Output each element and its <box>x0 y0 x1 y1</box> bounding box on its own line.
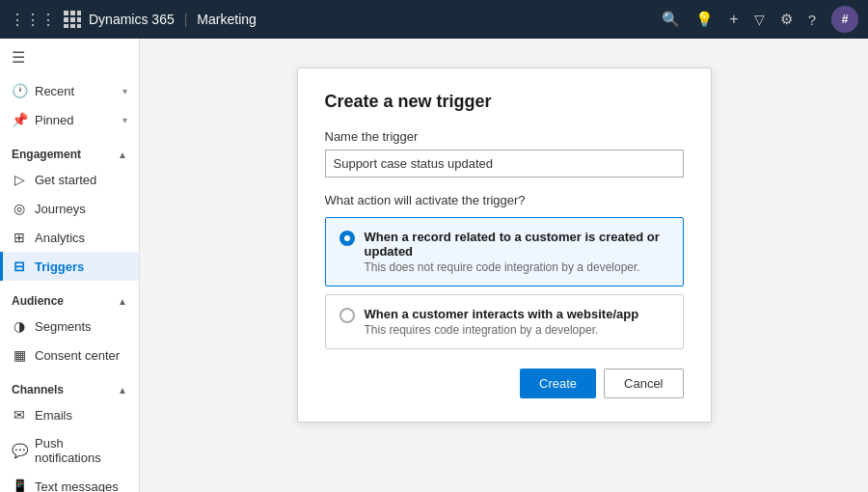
analytics-icon: ⊞ <box>12 230 27 245</box>
sidebar-item-get-started[interactable]: ▷ Get started <box>0 165 139 194</box>
record-option-text: When a record related to a customer is c… <box>365 230 669 274</box>
record-option[interactable]: When a record related to a customer is c… <box>325 217 684 287</box>
journeys-icon: ◎ <box>12 201 27 216</box>
engagement-section-header[interactable]: Engagement ▲ <box>0 142 139 165</box>
sidebar-item-segments[interactable]: ◑ Segments <box>0 312 139 341</box>
dialog-actions: Create Cancel <box>325 369 684 398</box>
sidebar-item-push-notifications[interactable]: 💬 Push notifications <box>0 429 139 472</box>
help-icon[interactable]: ? <box>808 12 816 28</box>
sidebar-item-consent-center[interactable]: ▦ Consent center <box>0 341 139 369</box>
svg-rect-6 <box>64 24 68 28</box>
svg-rect-7 <box>70 24 75 28</box>
waffle-icon[interactable] <box>64 11 81 28</box>
get-started-icon: ▷ <box>12 172 27 187</box>
push-icon: 💬 <box>12 443 27 458</box>
sidebar-item-triggers[interactable]: ⊟ Triggers <box>0 252 139 281</box>
svg-rect-4 <box>70 17 75 22</box>
channels-label: Channels <box>12 383 64 396</box>
channels-chevron: ▲ <box>118 385 127 396</box>
main-layout: ☰ 🕐 Recent ▾ 📌 Pinned ▾ Engagement ▲ ▷ G… <box>0 39 868 492</box>
record-option-sub: This does not require code integration b… <box>365 260 669 274</box>
recent-icon: 🕐 <box>12 83 27 98</box>
sidebar-item-text-messages[interactable]: 📱 Text messages <box>0 472 139 492</box>
content-area: Create a new trigger Name the trigger Wh… <box>140 39 868 492</box>
sidebar-segments-label: Segments <box>35 319 92 334</box>
action-label: What action will activate the trigger? <box>325 193 684 207</box>
pin-icon: 📌 <box>12 112 27 127</box>
sidebar-item-recent[interactable]: 🕐 Recent ▾ <box>0 76 139 105</box>
website-option-sub: This requires code integration by a deve… <box>365 323 639 337</box>
topbar-separator: | <box>184 12 188 27</box>
pinned-chevron: ▾ <box>122 115 127 125</box>
website-option-text: When a customer interacts with a website… <box>365 307 639 337</box>
sidebar-text-label: Text messages <box>35 479 119 493</box>
topbar-dynamics-label: Dynamics 365 <box>89 12 175 27</box>
sidebar-item-emails[interactable]: ✉ Emails <box>0 400 139 429</box>
sidebar-recent-label: Recent <box>35 84 74 98</box>
text-msg-icon: 📱 <box>12 478 27 492</box>
record-option-main: When a record related to a customer is c… <box>365 230 669 259</box>
svg-rect-1 <box>70 11 75 15</box>
website-option[interactable]: When a customer interacts with a website… <box>325 294 684 349</box>
filter-icon[interactable]: ▽ <box>754 12 765 27</box>
dialog-title: Create a new trigger <box>325 92 684 112</box>
website-radio[interactable] <box>339 308 355 323</box>
consent-icon: ▦ <box>12 347 27 363</box>
svg-rect-2 <box>77 11 81 15</box>
trigger-name-input[interactable] <box>325 150 684 178</box>
recent-chevron: ▾ <box>122 86 127 96</box>
avatar-label: # <box>842 13 849 26</box>
engagement-chevron: ▲ <box>118 150 127 160</box>
topbar-icons: 🔍 💡 + ▽ ⚙ ? # <box>662 6 858 33</box>
record-radio[interactable] <box>339 231 355 246</box>
create-button[interactable]: Create <box>520 369 596 398</box>
sidebar-journeys-label: Journeys <box>35 202 86 216</box>
audience-label: Audience <box>12 294 64 308</box>
svg-rect-8 <box>77 24 81 28</box>
channels-section-header[interactable]: Channels ▲ <box>0 377 139 400</box>
search-icon[interactable]: 🔍 <box>662 11 680 28</box>
sidebar-consent-label: Consent center <box>35 348 120 363</box>
lightbulb-icon[interactable]: 💡 <box>695 11 714 28</box>
user-avatar[interactable]: # <box>831 6 858 33</box>
sidebar-pinned-label: Pinned <box>35 113 73 127</box>
name-label: Name the trigger <box>325 129 684 144</box>
svg-rect-0 <box>64 11 68 15</box>
sidebar-triggers-label: Triggers <box>35 260 84 274</box>
sidebar-push-label: Push notifications <box>35 436 127 465</box>
audience-section-header[interactable]: Audience ▲ <box>0 288 139 312</box>
grid-icon[interactable]: ⋮⋮⋮ <box>10 11 56 29</box>
svg-rect-3 <box>64 17 68 22</box>
add-icon[interactable]: + <box>729 11 738 28</box>
audience-chevron: ▲ <box>118 296 127 307</box>
cancel-button[interactable]: Cancel <box>604 369 683 398</box>
sidebar-item-pinned[interactable]: 📌 Pinned ▾ <box>0 105 139 134</box>
topbar-brand: Dynamics 365 | Marketing <box>89 12 257 27</box>
emails-icon: ✉ <box>12 407 27 423</box>
segments-icon: ◑ <box>12 318 27 334</box>
settings-icon[interactable]: ⚙ <box>780 11 793 28</box>
sidebar-get-started-label: Get started <box>35 173 96 187</box>
engagement-label: Engagement <box>12 148 81 161</box>
sidebar-emails-label: Emails <box>35 408 72 423</box>
sidebar-analytics-label: Analytics <box>35 231 85 245</box>
sidebar: ☰ 🕐 Recent ▾ 📌 Pinned ▾ Engagement ▲ ▷ G… <box>0 39 140 492</box>
topbar-app-label: Marketing <box>197 12 256 27</box>
triggers-icon: ⊟ <box>12 259 27 274</box>
create-trigger-dialog: Create a new trigger Name the trigger Wh… <box>297 68 712 423</box>
topbar: ⋮⋮⋮ Dynamics 365 | Marketing 🔍 💡 + ▽ ⚙ ?… <box>0 0 868 39</box>
svg-rect-5 <box>77 17 81 22</box>
website-option-main: When a customer interacts with a website… <box>365 307 639 321</box>
sidebar-item-analytics[interactable]: ⊞ Analytics <box>0 223 139 252</box>
hamburger-icon[interactable]: ☰ <box>0 39 139 76</box>
sidebar-item-journeys[interactable]: ◎ Journeys <box>0 194 139 223</box>
